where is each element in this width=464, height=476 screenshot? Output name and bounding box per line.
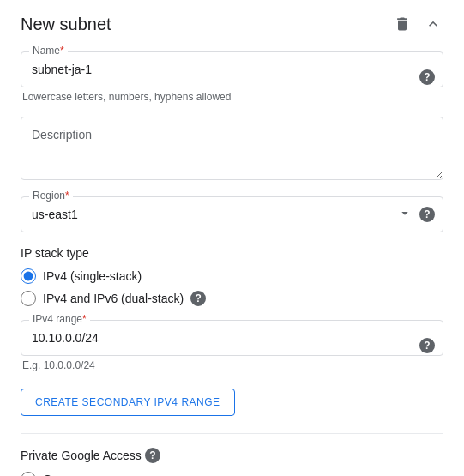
region-label: Region* [29, 190, 73, 202]
dual-stack-radio[interactable] [21, 291, 36, 306]
private-google-access-section: Private Google Access ? On Off [21, 448, 443, 476]
ip-stack-label: IP stack type [21, 246, 443, 260]
create-secondary-range-button[interactable]: CREATE SECONDARY IPV4 RANGE [21, 389, 235, 416]
ipv4-range-field: IPv4 range* ? E.g. 10.0.0.0/24 [21, 320, 443, 371]
region-field: Region* us-east1 us-central1 us-west1 eu… [21, 196, 443, 232]
dual-stack-radio-item[interactable]: IPv4 and IPv6 (dual-stack) ? [21, 291, 443, 306]
private-access-radio-group: On Off [21, 472, 443, 476]
description-field [21, 117, 443, 183]
name-hint: Lowercase letters, numbers, hyphens allo… [21, 91, 443, 103]
private-access-header: Private Google Access ? [21, 448, 443, 463]
ipv4-radio-item[interactable]: IPv4 (single-stack) [21, 268, 443, 284]
description-input[interactable] [21, 117, 443, 180]
private-access-on-radio[interactable] [21, 472, 36, 476]
panel-title: New subnet [21, 15, 111, 34]
ip-stack-section: IP stack type IPv4 (single-stack) IPv4 a… [21, 246, 443, 306]
region-select-wrapper: us-east1 us-central1 us-west1 europe-wes… [21, 196, 443, 232]
name-label: Name* [29, 45, 68, 57]
name-help-icon[interactable]: ? [419, 69, 435, 85]
private-access-on-label: On [43, 473, 59, 476]
ipv4-range-help-icon[interactable]: ? [419, 338, 435, 353]
name-help-circle[interactable]: ? [419, 69, 435, 85]
private-access-title: Private Google Access [21, 449, 142, 462]
region-select[interactable]: us-east1 us-central1 us-west1 europe-wes… [21, 196, 443, 232]
ipv4-range-label: IPv4 range* [29, 313, 90, 325]
dual-stack-help-icon[interactable]: ? [190, 291, 206, 306]
region-help-icon[interactable]: ? [419, 207, 435, 222]
collapse-button[interactable] [423, 14, 443, 34]
ipv4-range-hint: E.g. 10.0.0.0/24 [21, 359, 443, 371]
ip-stack-radio-group: IPv4 (single-stack) IPv4 and IPv6 (dual-… [21, 268, 443, 306]
private-access-on-item[interactable]: On [21, 472, 443, 476]
ipv4-radio-label: IPv4 (single-stack) [43, 269, 142, 283]
ipv4-radio[interactable] [21, 268, 36, 284]
panel-header: New subnet [21, 14, 443, 34]
ipv4-range-input[interactable] [21, 320, 443, 356]
region-help-circle[interactable]: ? [419, 207, 435, 222]
name-field: Name* ? Lowercase letters, numbers, hyph… [21, 51, 443, 103]
divider [21, 433, 443, 434]
new-subnet-panel: New subnet Name* ? Lowercase letter [0, 0, 464, 476]
private-access-help-icon[interactable]: ? [145, 448, 160, 463]
name-input[interactable] [21, 51, 443, 87]
ipv4-range-help-circle[interactable]: ? [419, 338, 435, 353]
header-actions [392, 14, 443, 34]
delete-button[interactable] [392, 14, 413, 34]
dual-stack-radio-label: IPv4 and IPv6 (dual-stack) [43, 292, 184, 305]
